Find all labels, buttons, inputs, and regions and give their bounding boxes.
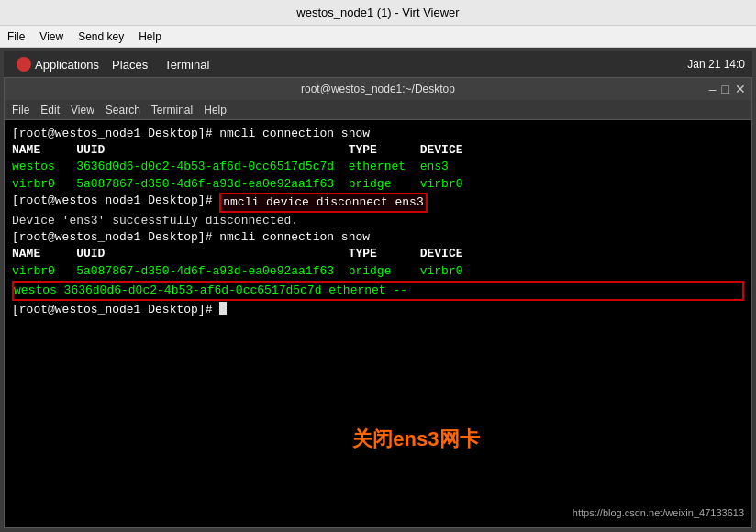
gnome-applications-menu[interactable]: Applications <box>11 55 105 73</box>
virt-menu-sendkey[interactable]: Send key <box>78 30 124 43</box>
terminal-cursor <box>219 302 227 315</box>
terminal-menu-search[interactable]: Search <box>106 104 140 116</box>
terminal-line-10-highlighted: westos 3636d0d6-d0c2-4b53-af6d-0cc6517d5… <box>12 281 744 301</box>
terminal-menu-help[interactable]: Help <box>204 104 227 116</box>
terminal-close-button[interactable]: ✕ <box>735 83 746 95</box>
annotation-text: 关闭ens3网卡 <box>352 426 479 454</box>
terminal-title: root@westos_node1:~/Desktop <box>301 83 455 95</box>
gnome-terminal-menu[interactable]: Terminal <box>157 56 217 73</box>
terminal-line-3: westos 3636d0d6-d0c2-4b53-af6d-0cc6517d5… <box>12 159 744 175</box>
virt-menu-file[interactable]: File <box>7 30 25 43</box>
virt-menu-help[interactable]: Help <box>139 30 161 43</box>
terminal-menu-bar: File Edit View Search Terminal Help <box>5 100 751 120</box>
terminal-line-7: [root@westos_node1 Desktop]# nmcli conne… <box>12 229 744 246</box>
virt-viewer-title: westos_node1 (1) - Virt Viewer <box>296 6 459 19</box>
terminal-maximize-button[interactable]: □ <box>722 83 729 95</box>
terminal-window-controls: – □ ✕ <box>709 83 746 95</box>
gnome-places-menu[interactable]: Places <box>105 56 155 73</box>
terminal-window: root@westos_node1:~/Desktop – □ ✕ File E… <box>4 77 752 528</box>
vm-content-area: Applications Places Terminal Jan 21 14:0… <box>0 48 756 532</box>
terminal-line-5: [root@westos_node1 Desktop]# nmcli devic… <box>12 193 744 213</box>
virt-menu-view[interactable]: View <box>39 30 63 43</box>
gnome-datetime: Jan 21 14:0 <box>687 58 745 71</box>
terminal-menu-edit[interactable]: Edit <box>40 104 60 116</box>
terminal-line-4: virbr0 5a087867-d350-4d6f-a93d-ea0e92aa1… <box>12 176 744 193</box>
virt-viewer-title-bar: westos_node1 (1) - Virt Viewer <box>0 0 756 26</box>
terminal-line-9: virbr0 5a087867-d350-4d6f-a93d-ea0e92aa1… <box>12 263 744 280</box>
gnome-applications-label: Applications <box>35 58 99 72</box>
terminal-menu-view[interactable]: View <box>71 104 94 116</box>
terminal-line-8: NAME UUID TYPE DEVICE <box>12 246 744 262</box>
terminal-menu-file[interactable]: File <box>12 104 29 116</box>
virt-viewer-window: westos_node1 (1) - Virt Viewer File View… <box>0 0 756 532</box>
terminal-title-bar: root@westos_node1:~/Desktop – □ ✕ <box>5 78 751 100</box>
gnome-app-icon <box>17 57 31 72</box>
terminal-line-2: NAME UUID TYPE DEVICE <box>12 142 744 159</box>
terminal-body[interactable]: [root@westos_node1 Desktop]# nmcli conne… <box>5 120 751 527</box>
terminal-minimize-button[interactable]: – <box>709 83 717 95</box>
terminal-line-6: Device 'ens3' successfully disconnected. <box>12 213 744 229</box>
gnome-top-bar: Applications Places Terminal Jan 21 14:0 <box>4 51 752 77</box>
watermark: https://blog.csdn.net/weixin_47133613 <box>573 506 744 520</box>
virt-viewer-menu-bar: File View Send key Help <box>0 26 756 48</box>
terminal-line-11: [root@westos_node1 Desktop]# <box>12 302 744 318</box>
terminal-menu-terminal[interactable]: Terminal <box>151 104 193 116</box>
terminal-line-1: [root@westos_node1 Desktop]# nmcli conne… <box>12 126 744 142</box>
